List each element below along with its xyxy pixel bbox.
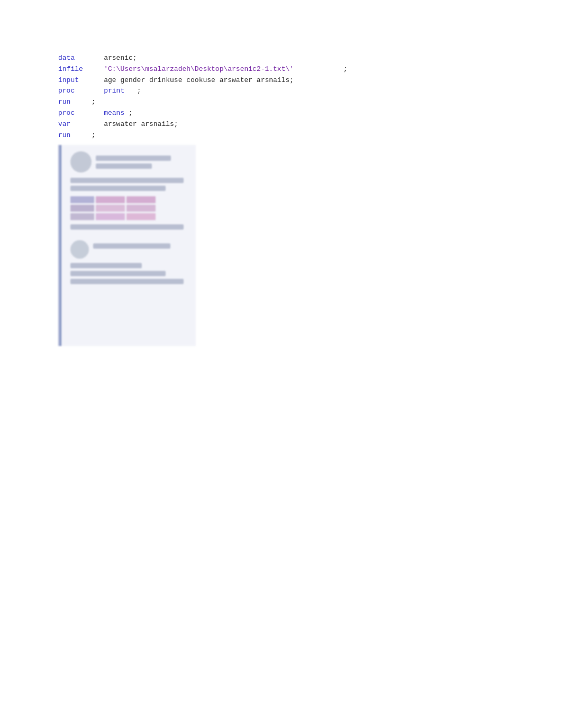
code-line-5: run ; [58,97,562,108]
output-content [60,145,196,291]
keyword-data: data [58,53,87,64]
output-section2-header [70,240,189,259]
output-table-row-1 [70,205,189,212]
blurred-line-4 [70,186,166,191]
output-table-row-2 [70,213,189,220]
keyword-proc-print: proc [58,86,87,97]
code-line-2: infile 'C:\Users\msalarzadeh\Desktop\ars… [58,64,562,75]
output-avatar-2 [70,240,89,259]
table-cell-1-2 [96,205,125,212]
code-line-8: run ; [58,130,562,141]
code-trailing-infile: ; [294,64,347,75]
blurred-line-8 [70,271,166,276]
keyword-proc-means: proc [58,108,87,119]
table-cell-2-1 [70,213,94,220]
output-table-row-header [70,196,189,203]
keyword-input: input [58,75,87,86]
code-line-7: var arswater arsnails; [58,119,562,130]
keyword-run-1: run [58,97,87,108]
table-cell-h3 [126,196,156,203]
table-cell-2-3 [126,213,156,220]
table-cell-h1 [70,196,94,203]
code-text-5: ; [87,97,96,108]
code-line-1: data arsenic; [58,53,562,64]
code-editor: data arsenic; infile 'C:\Users\msalarzad… [0,0,562,141]
code-text-8: ; [87,130,96,141]
code-text-6: means ; [87,108,133,119]
code-text-7: arswater arsnails; [87,119,178,130]
blurred-line-6 [93,243,170,249]
blurred-line-1 [96,156,171,161]
code-line-6: proc means ; [58,108,562,119]
blurred-line-2 [96,163,152,169]
code-text-4: print ; [87,86,141,97]
code-text-3: age gender drinkuse cookuse arswater ars… [87,75,294,86]
table-cell-h2 [96,196,125,203]
table-cell-1-1 [70,205,94,212]
code-line-4: proc print ; [58,86,562,97]
keyword-run-2: run [58,130,87,141]
output-area [58,145,196,346]
output-avatar [70,151,92,172]
table-cell-1-3 [126,205,156,212]
output-table-block [70,196,189,220]
output-sidebar-bar [60,145,61,346]
keyword-var: var [58,119,87,130]
code-text-1: arsenic; [87,53,137,64]
keyword-infile: infile [58,64,87,75]
output-section-2 [70,240,189,284]
blurred-line-7 [70,263,142,268]
code-line-3: input age gender drinkuse cookuse arswat… [58,75,562,86]
blurred-line-5 [70,224,184,230]
output-header-row [70,151,189,172]
blurred-line-9 [70,279,184,284]
output-section2-title [93,240,189,259]
blurred-line-3 [70,178,184,183]
table-cell-2-2 [96,213,125,220]
code-string-infile: 'C:\Users\msalarzadeh\Desktop\arsenic2-1… [87,64,294,75]
output-title-block [96,151,189,172]
